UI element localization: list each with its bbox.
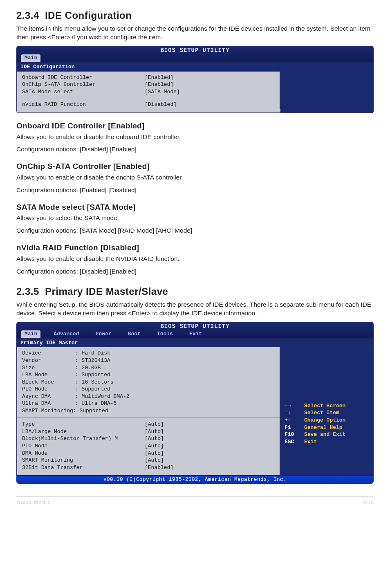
bios2-async-val: : MultiWord DMA-2 — [75, 393, 130, 400]
section-235-heading: 2.3.5Primary IDE Master/Slave — [16, 285, 374, 298]
footer-page-number: 2-15 — [363, 499, 374, 506]
bios2-device-key: Device — [22, 350, 75, 357]
sub-sata-opts: Configuration options: [SATA Mode] [RAID… — [16, 227, 374, 235]
sub-onchip-opts: Configuration options: [Enabled] [Disabl… — [16, 186, 374, 195]
bios2-tab-boot[interactable]: Boot — [125, 330, 144, 338]
bios1-row-onchip[interactable]: OnChip S-ATA Controller[Enabled] — [22, 81, 275, 88]
bios2-tabs: Main Advanced Power Boot Tools Exit — [16, 330, 374, 338]
bios2-title: BIOS SETUP UTILITY — [16, 323, 374, 330]
legend-k2: ↑↓ — [285, 409, 304, 417]
section-234-number: 2.3.4 — [16, 10, 39, 21]
sub-nvidia-desc: Allows you to enable or disable the NVID… — [16, 255, 374, 263]
bios1-left-pane: IDE Configuration Onboard IDE Controller… — [16, 62, 280, 113]
bios2-info-pio: PIO Mode: Supported — [22, 386, 275, 393]
bios2-pioopt-val: [Auto] — [145, 442, 164, 450]
bios1-right-pane — [280, 62, 374, 113]
bios2-lba-key: LBA Mode — [22, 371, 75, 379]
bios2-tab-advanced[interactable]: Advanced — [50, 330, 82, 338]
bios2-opt-type[interactable]: Type[Auto] — [22, 421, 275, 428]
sub-onboard-desc: Allows you to enable or disable the onbo… — [16, 133, 374, 141]
legend-v5: Save and Exit — [304, 431, 345, 438]
legend-exit: ESCExit — [285, 438, 369, 446]
legend-k1: ←→ — [285, 402, 304, 410]
legend-select-item: ↑↓Select Item — [285, 409, 369, 417]
bios2-lbaopt-key: LBA/Large Mode — [22, 428, 145, 435]
legend-general-help: F1General Help — [285, 424, 369, 431]
bios1-row-satamode[interactable]: SATA Mode select[SATA Mode] — [22, 88, 275, 96]
bios2-vendor-key: Vendor — [22, 357, 75, 364]
bios2-left-pane: Primary IDE Master Device: Hard Disk Ven… — [16, 338, 280, 476]
bios2-blockopt-key: Block(Multi-Sector Transfer) M — [22, 435, 145, 442]
sub-sata-heading: SATA Mode select [SATA Mode] — [16, 202, 374, 213]
sub-onboard-heading: Onboard IDE Controller [Enabled] — [16, 121, 374, 131]
sub-sata-desc: Allows you to select the SATA mode. — [16, 214, 374, 222]
bios1-satamode-key: SATA Mode select — [22, 88, 145, 96]
legend-v1: Select Screen — [304, 402, 345, 410]
bios2-opt-smart[interactable]: SMART Monitoring[Auto] — [22, 457, 275, 464]
bios2-opt-32bit[interactable]: 32Bit Data Transfer[Enabled] — [22, 464, 275, 471]
legend-k6: ESC — [285, 438, 304, 446]
legend-k3: +- — [285, 417, 304, 424]
bios1-titlebar: BIOS SETUP UTILITY Main — [16, 46, 374, 62]
bios2-info-size: Size: 20.0GB — [22, 364, 275, 372]
bios2-subhead: Primary IDE Master — [17, 339, 280, 348]
sub-onchip-desc: Allows you to enable or disable the onch… — [16, 173, 374, 182]
sub-nvidia-opts: Configuration options: [Disabled] [Enabl… — [16, 267, 374, 276]
bios-ide-config: BIOS SETUP UTILITY Main IDE Configuratio… — [16, 46, 374, 113]
bios1-nvidia-val: [Disabled] — [145, 101, 177, 108]
bios2-titlebar: BIOS SETUP UTILITY Main Advanced Power B… — [16, 322, 374, 338]
bios2-smartopt-key: SMART Monitoring — [22, 457, 145, 464]
bios2-pio-val: : Supported — [75, 386, 110, 393]
bios2-opt-lba[interactable]: LBA/Large Mode[Auto] — [22, 428, 275, 435]
bios2-block-key: Block Mode — [22, 379, 75, 386]
bios2-body: Primary IDE Master Device: Hard Disk Ven… — [16, 338, 374, 476]
sub-onboard-opts: Configuration options: [Disabled] [Enabl… — [16, 145, 374, 154]
bios2-blockopt-val: [Auto] — [145, 435, 164, 442]
footer-product: ASUS M2N-X — [16, 499, 51, 506]
bios1-title: BIOS SETUP UTILITY — [16, 47, 374, 54]
bios1-onboard-val: [Enabled] — [145, 74, 173, 81]
bios2-ultra-key: Ultra DMA — [22, 400, 75, 407]
bios2-tab-main[interactable]: Main — [21, 330, 40, 338]
section-235-number: 2.3.5 — [16, 286, 39, 297]
legend-v4: General Help — [304, 424, 343, 431]
page-footer: ASUS M2N-X 2-15 — [16, 496, 374, 506]
bios2-opt-pio[interactable]: PIO Mode[Auto] — [22, 442, 275, 450]
bios2-32bit-val: [Enabled] — [145, 464, 173, 471]
section-234-heading: 2.3.4IDE Configuration — [16, 9, 374, 22]
sub-nvidia-heading: nVidia RAID Function [Disabled] — [16, 242, 374, 253]
bios2-tab-tools[interactable]: Tools — [154, 330, 176, 338]
section-235-intro: While entering Setup, the BIOS automatic… — [16, 301, 374, 318]
bios2-async-key: Async DMA — [22, 393, 75, 400]
bios2-tab-power[interactable]: Power — [92, 330, 115, 338]
bios2-opt-dma[interactable]: DMA Mode[Auto] — [22, 450, 275, 457]
bios1-body: IDE Configuration Onboard IDE Controller… — [16, 62, 374, 113]
bios2-opt-block[interactable]: Block(Multi-Sector Transfer) M[Auto] — [22, 435, 275, 442]
bios2-tab-exit[interactable]: Exit — [186, 330, 205, 338]
bios1-row-onboard[interactable]: Onboard IDE Controller[Enabled] — [22, 74, 275, 81]
section-234-title: IDE Configuration — [45, 10, 132, 21]
section-234-intro: The items in this menu allow you to set … — [16, 25, 374, 42]
bios2-size-val: : 20.0GB — [75, 364, 101, 372]
bios1-tabs: Main — [16, 54, 374, 62]
bios2-dmaopt-key: DMA Mode — [22, 450, 145, 457]
bios2-device-val: : Hard Disk — [75, 350, 110, 357]
section-235-title: Primary IDE Master/Slave — [45, 286, 168, 297]
bios2-copyright: v00.00 (C)Copyright 1985-2002, American … — [16, 476, 374, 484]
bios1-tab-main[interactable]: Main — [21, 54, 40, 62]
bios2-lbaopt-val: [Auto] — [145, 428, 164, 435]
bios2-info-async: Async DMA: MultiWord DMA-2 — [22, 393, 275, 400]
bios2-type-val: [Auto] — [145, 421, 164, 428]
bios2-smartopt-val: [Auto] — [145, 457, 164, 464]
bios2-info-vendor: Vendor: ST320413A — [22, 357, 275, 364]
bios1-nvidia-key: nVidia RAID Function — [22, 101, 145, 108]
legend-v2: Select Item — [304, 409, 339, 417]
bios1-onboard-key: Onboard IDE Controller — [22, 74, 145, 81]
legend-save-exit: F10Save and Exit — [285, 431, 369, 438]
bios1-onchip-val: [Enabled] — [145, 81, 173, 88]
legend-change-option: +-Change Option — [285, 417, 369, 424]
bios2-pioopt-key: PIO Mode — [22, 442, 145, 450]
bios1-row-nvidia[interactable]: nVidia RAID Function[Disabled] — [22, 101, 275, 108]
legend-k5: F10 — [285, 431, 304, 438]
bios2-vendor-val: : ST320413A — [75, 357, 110, 364]
